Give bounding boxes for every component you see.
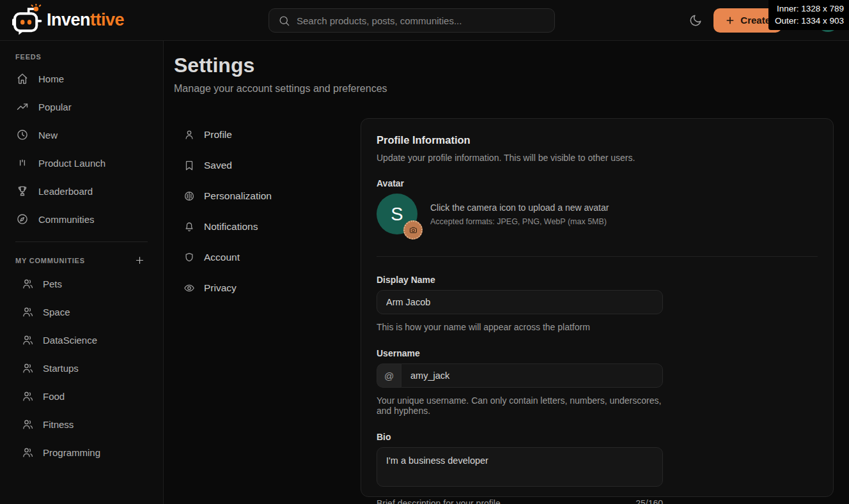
theme-toggle-button[interactable] [687,12,704,29]
users-icon [22,447,34,459]
sidebar-community-pets[interactable]: Pets [0,270,163,298]
sidebar-item-new[interactable]: New [0,121,163,149]
top-header: Inventtive Create [0,0,849,41]
card-subtitle: Update your profile information. This wi… [377,153,818,163]
brand-logo[interactable]: Inventtive [10,4,124,37]
settings-tab-profile[interactable]: Profile [174,119,361,150]
settings-tab-notifications[interactable]: Notifications [174,211,361,242]
display-name-input[interactable] [377,290,663,314]
plus-icon [725,15,735,26]
upload-avatar-button[interactable] [403,220,423,240]
plus-icon [134,255,145,266]
users-icon [22,418,34,431]
search-input[interactable] [297,15,545,26]
at-sign-icon: @ [377,363,401,388]
outer-size-text: Outer: 1334 x 903 [775,15,844,27]
launch-bars-icon [16,157,29,169]
username-input[interactable] [401,363,663,388]
shield-icon [183,252,195,263]
users-icon [22,278,34,290]
brain-icon [183,190,195,202]
username-label: Username [377,348,663,358]
sidebar-community-datascience[interactable]: DataScience [0,326,163,354]
avatar-preview: S [377,194,417,234]
sidebar-community-programming[interactable]: Programming [0,438,163,466]
display-name-helper: This is how your name will appear across… [377,322,663,332]
bio-label: Bio [377,432,663,442]
feeds-section-label: FEEDS [0,53,163,61]
sidebar-item-product-launch[interactable]: Product Launch [0,149,163,177]
robot-logo-icon [10,4,44,37]
trophy-icon [16,185,29,197]
display-name-label: Display Name [377,275,663,285]
sidebar-community-startups[interactable]: Startups [0,354,163,382]
sidebar-item-communities[interactable]: Communities [0,205,163,233]
username-helper: Your unique username. Can only contain l… [377,395,663,416]
inner-size-text: Inner: 849 x 504 [775,3,844,15]
avatar-formats: Accepted formats: JPEG, PNG, WebP (max 5… [430,217,609,226]
sidebar-item-popular[interactable]: Popular [0,93,163,121]
avatar-hint: Click the camera icon to upload a new av… [430,202,609,213]
main-content: Settings Manage your account settings an… [164,41,849,504]
avatar-label: Avatar [377,178,818,188]
card-divider [377,256,818,257]
user-icon [183,129,195,141]
search-icon [278,15,290,27]
settings-nav: Profile Saved Personalization Notificati… [174,118,361,497]
card-title: Profile Information [377,134,818,146]
home-icon [16,72,29,85]
users-icon [22,306,34,318]
profile-information-card: Profile Information Update your profile … [361,118,834,497]
sidebar-item-leaderboard[interactable]: Leaderboard [0,177,163,205]
sidebar-community-fitness[interactable]: Fitness [0,410,163,438]
settings-tab-privacy[interactable]: Privacy [174,273,361,303]
trending-up-icon [16,100,29,113]
moon-icon [689,13,703,27]
settings-tab-account[interactable]: Account [174,242,361,273]
clock-icon [16,128,29,141]
sidebar-divider [15,241,148,242]
users-icon [22,390,34,402]
users-icon [22,362,34,374]
bookmark-icon [183,160,195,171]
settings-tab-saved[interactable]: Saved [174,150,361,181]
page-subtitle: Manage your account settings and prefere… [174,83,834,95]
bio-textarea[interactable]: I'm a business developer [377,447,663,487]
eye-icon [183,282,195,294]
left-sidebar: FEEDS Home Popular New Product Launch Le… [0,41,164,504]
sidebar-community-food[interactable]: Food [0,382,163,410]
add-community-button[interactable] [133,254,146,267]
brand-wordmark: Inventtive [47,10,124,30]
my-communities-section-label: MY COMMUNITIES [15,257,85,264]
compass-icon [16,213,29,225]
bio-char-counter: 25/160 [635,498,663,504]
camera-icon [409,225,418,235]
sidebar-item-home[interactable]: Home [0,65,163,93]
settings-tab-personalization[interactable]: Personalization [174,181,361,211]
users-icon [22,334,34,346]
global-search[interactable] [269,8,555,33]
window-size-overlay: Inner: 849 x 504 Outer: 1334 x 903 [768,0,849,30]
page-title: Settings [174,54,834,77]
bio-helper: Brief description for your profile [377,498,501,504]
sidebar-community-space[interactable]: Space [0,298,163,326]
bell-icon [183,221,195,233]
